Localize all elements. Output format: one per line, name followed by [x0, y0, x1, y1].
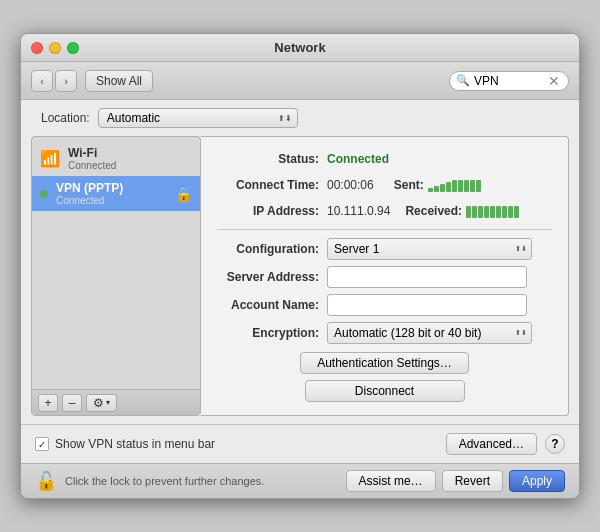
lock-icon[interactable]: 🔓 [35, 470, 57, 492]
action-buttons: Authentication Settings… Disconnect [217, 352, 552, 402]
disconnect-button[interactable]: Disconnect [305, 380, 465, 402]
sidebar-item-wifi[interactable]: 📶 Wi-Fi Connected [32, 141, 200, 176]
status-value: Connected [327, 152, 389, 166]
main-content: 📶 Wi-Fi Connected VPN (PPTP) Connected 🔒 [31, 136, 569, 416]
encryption-label: Encryption: [217, 326, 327, 340]
sidebar: 📶 Wi-Fi Connected VPN (PPTP) Connected 🔒 [31, 136, 201, 416]
wifi-item-name: Wi-Fi [68, 146, 116, 160]
location-label: Location: [41, 111, 90, 125]
footer-text: Click the lock to prevent further change… [65, 475, 338, 487]
nav-back-button[interactable]: ‹ [31, 70, 53, 92]
location-select-wrapper: Automatic [98, 108, 298, 128]
close-button[interactable] [31, 42, 43, 54]
sent-bars [428, 178, 481, 192]
search-box: 🔍 ✕ [449, 71, 569, 91]
search-clear-icon[interactable]: ✕ [548, 74, 560, 88]
bottom-bar: ✓ Show VPN status in menu bar Advanced… … [21, 424, 579, 463]
detail-panel: Status: Connected Connect Time: 00:00:06… [201, 136, 569, 416]
window-title: Network [274, 40, 325, 55]
minimize-button[interactable] [49, 42, 61, 54]
configuration-select[interactable]: Server 1 [327, 238, 532, 260]
ip-address-label: IP Address: [217, 204, 327, 218]
vpn-item-text: VPN (PPTP) Connected [56, 181, 123, 206]
sidebar-add-button[interactable]: + [38, 394, 58, 412]
show-vpn-label: Show VPN status in menu bar [55, 437, 215, 451]
account-name-row: Account Name: [217, 294, 552, 316]
footer-buttons: Assist me… Revert Apply [346, 470, 565, 492]
show-vpn-checkbox[interactable]: ✓ [35, 437, 49, 451]
network-window: Network ‹ › Show All 🔍 ✕ Location: Autom… [20, 33, 580, 499]
vpn-item-status: Connected [56, 195, 123, 206]
server-address-label: Server Address: [217, 270, 327, 284]
assist-me-button[interactable]: Assist me… [346, 470, 436, 492]
toolbar: ‹ › Show All 🔍 ✕ [21, 62, 579, 100]
sidebar-gear-button[interactable]: ⚙ ▾ [86, 394, 117, 412]
advanced-button[interactable]: Advanced… [446, 433, 537, 455]
search-icon: 🔍 [456, 74, 470, 87]
help-button[interactable]: ? [545, 434, 565, 454]
connect-time-value: 00:00:06 [327, 178, 374, 192]
maximize-button[interactable] [67, 42, 79, 54]
nav-buttons: ‹ › [31, 70, 77, 92]
apply-button[interactable]: Apply [509, 470, 565, 492]
footer: 🔓 Click the lock to prevent further chan… [21, 463, 579, 498]
nav-forward-button[interactable]: › [55, 70, 77, 92]
vpn-status-dot [40, 190, 48, 198]
connect-time-label: Connect Time: [217, 178, 327, 192]
separator-1 [217, 229, 552, 230]
encryption-select[interactable]: Automatic (128 bit or 40 bit) [327, 322, 532, 344]
titlebar: Network [21, 34, 579, 62]
configuration-label: Configuration: [217, 242, 327, 256]
configuration-select-wrapper: Server 1 [327, 238, 532, 260]
search-input[interactable] [474, 74, 544, 88]
location-select[interactable]: Automatic [98, 108, 298, 128]
received-bars [466, 204, 519, 218]
vpn-lock-icon: 🔒 [175, 186, 192, 202]
server-address-row: Server Address: [217, 266, 552, 288]
account-name-label: Account Name: [217, 298, 327, 312]
traffic-lights [31, 42, 79, 54]
gear-icon: ⚙ [93, 396, 104, 410]
sidebar-toolbar: + – ⚙ ▾ [32, 389, 200, 415]
encryption-row: Encryption: Automatic (128 bit or 40 bit… [217, 322, 552, 344]
sidebar-remove-button[interactable]: – [62, 394, 82, 412]
show-all-button[interactable]: Show All [85, 70, 153, 92]
wifi-item-status: Connected [68, 160, 116, 171]
status-label: Status: [217, 152, 327, 166]
ip-address-value: 10.111.0.94 [327, 204, 390, 218]
sent-label: Sent: [394, 178, 424, 192]
encryption-select-wrapper: Automatic (128 bit or 40 bit) [327, 322, 532, 344]
revert-button[interactable]: Revert [442, 470, 503, 492]
wifi-signal-icon: 📶 [40, 149, 60, 168]
wifi-item-text: Wi-Fi Connected [68, 146, 116, 171]
connect-time-row: Connect Time: 00:00:06 Sent: [217, 175, 552, 195]
sidebar-item-vpn[interactable]: VPN (PPTP) Connected 🔒 [32, 176, 200, 211]
ip-address-row: IP Address: 10.111.0.94 Received: [217, 201, 552, 221]
show-vpn-checkbox-label[interactable]: ✓ Show VPN status in menu bar [35, 437, 215, 451]
vpn-item-name: VPN (PPTP) [56, 181, 123, 195]
auth-settings-button[interactable]: Authentication Settings… [300, 352, 469, 374]
location-bar: Location: Automatic [21, 100, 579, 136]
gear-chevron: ▾ [106, 398, 110, 407]
server-address-input[interactable] [327, 266, 527, 288]
account-name-input[interactable] [327, 294, 527, 316]
received-label: Received: [405, 204, 462, 218]
configuration-row: Configuration: Server 1 [217, 238, 552, 260]
sidebar-list: 📶 Wi-Fi Connected VPN (PPTP) Connected 🔒 [32, 137, 200, 389]
status-row: Status: Connected [217, 149, 552, 169]
